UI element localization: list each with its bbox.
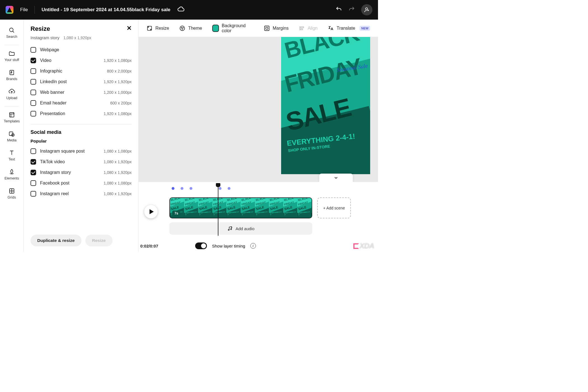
checkbox[interactable] (31, 90, 36, 95)
undo-button[interactable] (335, 6, 342, 14)
checkbox[interactable] (31, 58, 36, 63)
svg-point-17 (231, 229, 232, 230)
canvas-stage[interactable]: BLACK FRIDAY SALE EVERYTHING 2-4-1! SHOP… (139, 37, 378, 182)
size-label: Instagram reel (40, 191, 69, 196)
checkbox[interactable] (31, 191, 36, 197)
rail-label: Elements (4, 176, 19, 180)
size-label: TikTok video (40, 159, 65, 164)
size-dim: 1,200 x 1,000px (104, 90, 132, 95)
rail-your-stuff[interactable]: Your stuff (0, 47, 24, 66)
svg-point-11 (182, 29, 183, 29)
size-dim: 1,920 x 1,080px (104, 58, 132, 63)
invite-collaborator-button[interactable] (361, 4, 372, 15)
size-dim: 1,080 x 1,080px (104, 181, 132, 185)
video-clip[interactable]: BLACKFRIDAYSALEEVERYTHING 2-4-1! BLACKFR… (169, 197, 312, 218)
size-option[interactable]: Web banner1,200 x 1,000px (31, 87, 132, 98)
timeline: BLACKFRIDAYSALEEVERYTHING 2-4-1! BLACKFR… (139, 182, 378, 252)
checkbox[interactable] (31, 47, 36, 53)
size-option[interactable]: Video1,920 x 1,080px (31, 55, 132, 66)
xda-watermark: XDA (353, 242, 374, 250)
size-dim: 600 x 200px (110, 101, 132, 105)
checkbox[interactable] (31, 148, 36, 154)
checkbox[interactable] (31, 111, 36, 116)
play-button[interactable] (144, 205, 158, 218)
document-title[interactable]: Untitled - 19 September 2024 at 14.04.55… (41, 7, 170, 13)
size-option[interactable]: Facebook post1,080 x 1,080px (31, 178, 132, 188)
cloud-sync-icon[interactable] (177, 6, 185, 14)
size-option[interactable]: Instagram story1,080 x 1,920px (31, 167, 132, 178)
size-label: LinkedIn post (40, 79, 67, 84)
size-option[interactable]: Instagram reel1,080 x 1,920px (31, 188, 132, 199)
size-option[interactable]: TikTok video1,080 x 1,920px (31, 157, 132, 167)
bg-color-swatch (212, 25, 219, 32)
rail-label: Grids (8, 195, 16, 199)
size-label: Infographic (40, 69, 62, 74)
current-preset-name: Instagram story (31, 35, 59, 40)
playhead[interactable] (218, 184, 218, 236)
size-option[interactable]: Presentation1,920 x 1,080px (31, 108, 132, 119)
checkbox[interactable] (31, 100, 36, 106)
info-icon[interactable]: i (250, 243, 256, 249)
layer-timing-label: Show layer timing (212, 244, 245, 248)
size-label: Presentation (40, 111, 65, 116)
checkbox[interactable] (31, 170, 36, 175)
layer-timing-toggle[interactable] (195, 242, 207, 249)
adobe-express-logo[interactable] (6, 6, 13, 14)
add-scene-button[interactable]: + Add scene (317, 197, 351, 218)
redo-button[interactable] (348, 6, 355, 14)
size-dim: 1,080 x 1,920px (104, 170, 132, 175)
current-preset-dim: 1,080 x 1,920px (63, 36, 91, 40)
rail-label: Search (6, 35, 17, 39)
rail-label: Media (7, 138, 17, 142)
rail-text[interactable]: Text (0, 147, 24, 165)
rail-grids[interactable]: Grids (0, 185, 24, 203)
svg-rect-15 (300, 29, 302, 30)
svg-point-8 (180, 26, 185, 31)
resize-panel: Resize ✕ Instagram story 1,080 x 1,920px… (24, 20, 139, 252)
svg-point-10 (183, 27, 183, 28)
size-option[interactable]: Webpage (31, 45, 132, 55)
rail-upload[interactable]: Upload (0, 85, 24, 104)
size-dim: 800 x 2,000px (107, 69, 132, 73)
svg-point-1 (10, 28, 13, 32)
rail-brands[interactable]: Brands (0, 66, 24, 85)
size-label: Video (40, 58, 52, 63)
checkbox[interactable] (31, 180, 36, 186)
expand-canvas-button[interactable] (319, 174, 353, 182)
panel-title: Resize (31, 25, 50, 32)
svg-point-0 (365, 8, 367, 10)
playback-time: 0:02/0:07 (140, 244, 158, 248)
keyframe-markers[interactable] (172, 187, 230, 190)
rail-label: Upload (6, 96, 17, 100)
size-option[interactable]: LinkedIn post1,920 x 1,920px (31, 76, 132, 87)
file-menu[interactable]: File (20, 7, 28, 13)
resize-button[interactable]: Resize (85, 235, 113, 246)
rail-media[interactable]: Media (0, 128, 24, 146)
size-label: Email header (40, 101, 66, 106)
checkbox[interactable] (31, 79, 36, 85)
svg-rect-12 (264, 26, 269, 31)
action-background-color[interactable]: Background color (212, 23, 254, 33)
size-label: Instagram square post (40, 149, 85, 154)
rail-templates[interactable]: Templates (0, 109, 24, 127)
checkbox[interactable] (31, 159, 36, 165)
design-artwork[interactable]: BLACK FRIDAY SALE EVERYTHING 2-4-1! SHOP… (281, 37, 370, 174)
rail-label: Your stuff (4, 58, 19, 62)
divider (34, 6, 35, 14)
action-theme[interactable]: Theme (179, 25, 202, 31)
close-panel-button[interactable]: ✕ (127, 25, 132, 31)
rail-search[interactable]: Search (0, 24, 24, 43)
action-translate[interactable]: Translate NEW (328, 25, 370, 31)
duplicate-resize-button[interactable]: Duplicate & resize (31, 235, 81, 246)
action-resize[interactable]: Resize (146, 25, 169, 31)
size-dim: 1,080 x 1,920px (104, 192, 132, 196)
action-margins[interactable]: Margins (264, 25, 289, 31)
size-label: Web banner (40, 90, 64, 95)
rail-elements[interactable]: Elements (0, 166, 24, 184)
size-option[interactable]: Infographic800 x 2,000px (31, 66, 132, 76)
size-option[interactable]: Email header600 x 200px (31, 98, 132, 108)
size-option[interactable]: Instagram square post1,080 x 1,080px (31, 146, 132, 157)
clip-duration-badge: 7s (172, 211, 180, 216)
add-audio-button[interactable]: Add audio (169, 222, 312, 235)
checkbox[interactable] (31, 68, 36, 74)
